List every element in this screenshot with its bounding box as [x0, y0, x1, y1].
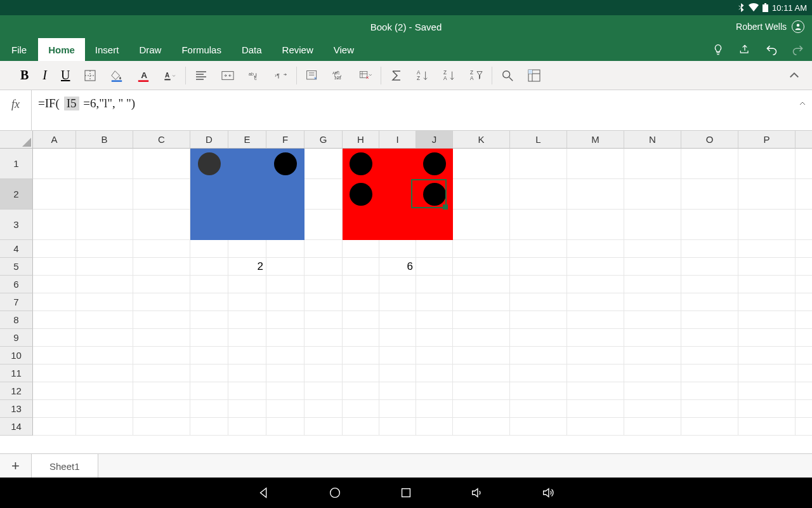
cell[interactable] [738, 418, 796, 436]
user-account[interactable]: Robert Wells [736, 20, 804, 33]
align-button[interactable] [195, 69, 207, 82]
cell[interactable] [379, 347, 416, 364]
cell[interactable] [343, 329, 379, 347]
cell[interactable] [228, 240, 266, 258]
cell[interactable] [453, 347, 510, 364]
cell[interactable] [133, 293, 190, 311]
cell[interactable] [379, 400, 416, 418]
cell[interactable] [796, 240, 812, 258]
cell[interactable] [190, 364, 228, 382]
collapse-ribbon-button[interactable] [788, 69, 801, 82]
cell[interactable] [510, 382, 567, 400]
cell[interactable] [681, 329, 738, 347]
cell[interactable] [76, 382, 133, 400]
freeze-panes-button[interactable] [528, 69, 540, 82]
cell[interactable] [304, 311, 343, 329]
cell[interactable] [416, 418, 453, 436]
cell[interactable] [33, 293, 76, 311]
cell[interactable] [343, 210, 379, 240]
row-header[interactable]: 11 [0, 364, 33, 382]
cell[interactable] [190, 210, 228, 240]
cell[interactable] [266, 210, 304, 240]
cell[interactable] [453, 364, 510, 382]
cell[interactable] [379, 276, 416, 293]
cell[interactable] [228, 364, 266, 382]
cell[interactable] [304, 293, 343, 311]
cell[interactable] [416, 240, 453, 258]
column-header[interactable]: M [567, 131, 624, 149]
cell[interactable] [133, 364, 190, 382]
cell[interactable] [624, 240, 681, 258]
cell[interactable] [510, 149, 567, 179]
cell[interactable] [416, 258, 453, 276]
cell[interactable] [266, 258, 304, 276]
cell[interactable] [228, 149, 266, 179]
cell[interactable] [624, 179, 681, 210]
cell[interactable] [738, 311, 796, 329]
cell[interactable] [190, 149, 228, 179]
row-header[interactable]: 10 [0, 347, 33, 364]
cell[interactable] [681, 293, 738, 311]
cell[interactable] [76, 329, 133, 347]
cell[interactable] [681, 347, 738, 364]
column-header[interactable]: P [738, 131, 796, 149]
cell[interactable] [266, 276, 304, 293]
cell[interactable] [510, 276, 567, 293]
cell[interactable] [510, 329, 567, 347]
cell[interactable] [190, 418, 228, 436]
column-header[interactable]: L [510, 131, 567, 149]
cell[interactable] [453, 210, 510, 240]
cell[interactable] [343, 418, 379, 436]
cell[interactable] [343, 347, 379, 364]
cell[interactable] [76, 311, 133, 329]
cell[interactable] [681, 179, 738, 210]
column-header[interactable]: K [453, 131, 510, 149]
cell[interactable] [624, 149, 681, 179]
cell[interactable]: 6 [379, 258, 416, 276]
column-header[interactable]: E [228, 131, 266, 149]
cell[interactable] [133, 418, 190, 436]
back-icon[interactable] [257, 486, 271, 500]
cell[interactable] [624, 418, 681, 436]
cell[interactable] [343, 382, 379, 400]
cell[interactable] [379, 364, 416, 382]
cell[interactable] [624, 258, 681, 276]
underline-button[interactable]: U [61, 68, 70, 83]
cell[interactable] [304, 382, 343, 400]
cell[interactable] [379, 382, 416, 400]
cell[interactable] [510, 347, 567, 364]
cell[interactable] [76, 293, 133, 311]
cell[interactable] [190, 258, 228, 276]
sort-asc-button[interactable]: AZ [417, 69, 429, 82]
cell[interactable] [133, 240, 190, 258]
insert-delete-button[interactable] [359, 69, 372, 82]
home-icon[interactable] [328, 486, 342, 500]
cell[interactable] [453, 276, 510, 293]
cell[interactable] [190, 347, 228, 364]
cell[interactable] [133, 382, 190, 400]
cell[interactable] [416, 276, 453, 293]
fx-label[interactable]: fx [0, 90, 32, 130]
cell[interactable] [510, 240, 567, 258]
cell[interactable] [133, 400, 190, 418]
cell[interactable] [567, 210, 624, 240]
cell[interactable] [796, 329, 812, 347]
cell[interactable] [416, 382, 453, 400]
cell[interactable] [379, 418, 416, 436]
column-header[interactable]: D [190, 131, 228, 149]
cell[interactable] [228, 329, 266, 347]
find-button[interactable] [501, 69, 514, 82]
cell[interactable] [266, 418, 304, 436]
cell[interactable] [567, 149, 624, 179]
column-header[interactable]: G [304, 131, 343, 149]
cell[interactable] [453, 293, 510, 311]
font-color-button[interactable]: A [137, 69, 150, 82]
cell[interactable] [304, 149, 343, 179]
cell[interactable] [453, 240, 510, 258]
cell[interactable] [738, 258, 796, 276]
cell[interactable] [133, 276, 190, 293]
cell[interactable] [738, 364, 796, 382]
cell[interactable] [510, 210, 567, 240]
tab-home[interactable]: Home [38, 38, 85, 61]
cell[interactable] [190, 276, 228, 293]
